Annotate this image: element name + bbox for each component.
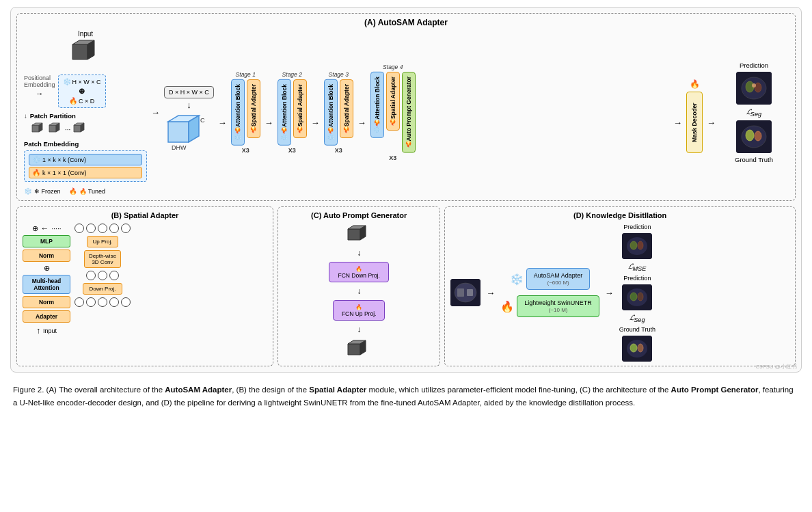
auto-prompt-inner: ↓ 🔥 FCN Down Proj. ↓ 🔥 FCN Up Proj. ↓ xyxy=(284,224,434,359)
fire-on-decoder: 🔥 xyxy=(690,79,700,89)
kd-arrow-right-2: → xyxy=(605,288,614,298)
stage-1-x: X3 xyxy=(242,147,249,154)
stage-1-block: Stage 1 ❄️🔥 Attention Block 🔥 Spatial Ad… xyxy=(231,71,260,154)
svg-rect-35 xyxy=(467,289,473,296)
circle-8 xyxy=(109,271,119,280)
input-label: Input xyxy=(78,30,93,38)
circle-6 xyxy=(86,271,96,280)
patch-partition-arrow: ↓ xyxy=(24,112,27,120)
up-proj-block: Up Proj. xyxy=(87,236,119,247)
auto-prompt-section: (C) Auto Prompt Generator ↓ 🔥 FCN Down P… xyxy=(278,206,440,366)
circle-4 xyxy=(109,224,119,233)
circles-top xyxy=(75,224,131,233)
stage-2-spatial: 🔥 Spatial Adapter xyxy=(293,79,307,138)
stage-3-spatial: 🔥 Spatial Adapter xyxy=(340,79,353,138)
legend-area: ❄️ ❄ Frozen 🔥 🔥 Tuned xyxy=(24,187,147,195)
adapter-block: Adapter xyxy=(23,310,70,323)
kd-center: ❄️ AutoSAM Adapter (~600 M) 🔥 Lightweigh… xyxy=(500,268,599,317)
formula-cxd: 🔥 C × D xyxy=(69,97,94,105)
dhwc-box: D × H × W × C xyxy=(164,86,214,98)
kd-arrow-right: → xyxy=(486,288,495,298)
autosam-kd-block: AutoSAM Adapter (~600 M) xyxy=(526,268,591,290)
section-d-title: (D) Knowledge Disitllation xyxy=(450,211,789,219)
svg-marker-6 xyxy=(49,125,56,132)
svg-point-42 xyxy=(630,293,637,301)
pos-embed-label: PositionalEmbedding xyxy=(24,75,55,88)
stage-2-inner: ❄️🔥 Attention Block 🔥 Spatial Adapter xyxy=(278,79,307,146)
arrow-to-stages: → xyxy=(218,118,227,128)
frozen-icon: ❄️ xyxy=(24,187,32,195)
figure-caption: Figure 2. (A) The overall architecture o… xyxy=(10,379,802,410)
circle-2 xyxy=(86,224,96,233)
ellipsis: ··· xyxy=(65,126,70,133)
stage-2-label: Stage 2 xyxy=(282,71,302,78)
stage-2-x: X3 xyxy=(288,147,296,154)
circle-11 xyxy=(98,297,107,307)
loss-seg-top: 𝓛Seg xyxy=(746,107,761,118)
stage-4-spatial: 🔥 Spatial Adapter xyxy=(386,72,400,131)
conv1-item: ❄️ 1 × k × k (Conv) xyxy=(29,154,142,165)
stage-4-x: X3 xyxy=(389,154,396,161)
stage-1-attn: ❄️🔥 Attention Block xyxy=(231,79,245,146)
stage-4-block: Stage 4 ❄️🔥 Attention Block 🔥 Spatial Ad… xyxy=(370,64,416,161)
svg-point-25 xyxy=(755,131,761,141)
circles-bottom xyxy=(75,297,131,307)
autosam-adapter-section: (A) AutoSAM Adapter Input xyxy=(16,13,796,201)
arrow-to-pred: → xyxy=(707,118,716,128)
circles-mid xyxy=(86,271,119,280)
stage-1-spatial: 🔥 Spatial Adapter xyxy=(247,79,260,138)
kd-gt-label: Ground Truth xyxy=(619,326,655,333)
ground-truth-img-top xyxy=(736,120,772,153)
fire-icon-conv2: 🔥 xyxy=(32,169,40,176)
svg-marker-0 xyxy=(72,44,87,59)
gt-img-svg-top xyxy=(736,120,772,153)
arrow-s3-s4: → xyxy=(357,118,366,128)
ap-input-cube xyxy=(347,224,371,244)
patch-partition-label: Patch Partition xyxy=(30,112,76,120)
kd-right: Prediction 𝓛MSE Prediction xyxy=(619,224,655,362)
arrow-s1-s2: → xyxy=(265,118,273,128)
ap-arrow-down-1: ↓ xyxy=(357,248,361,258)
bottom-sections: (B) Spatial Adapter ⊕ ← ····· MLP Norm ⊕… xyxy=(16,206,796,366)
kd-input xyxy=(450,279,481,306)
circle-1 xyxy=(75,224,84,233)
stages-area: Stage 1 ❄️🔥 Attention Block 🔥 Spatial Ad… xyxy=(231,64,669,161)
svg-point-46 xyxy=(630,344,637,352)
formula-hxwxc: ❄️ H × W × C xyxy=(63,78,101,85)
spatial-inner: ⊕ ← ····· MLP Norm ⊕ Multi-headAttention… xyxy=(23,224,267,336)
svg-marker-12 xyxy=(168,122,189,142)
ice-icon-conv1: ❄️ xyxy=(32,156,40,163)
knowledge-section: (D) Knowledge Disitllation xyxy=(444,206,796,366)
frozen-legend: ❄️ ❄ Frozen xyxy=(24,187,61,195)
stage-3-inner: ❄️🔥 Attention Block 🔥 Spatial Adapter xyxy=(324,79,353,146)
circle-10 xyxy=(86,297,96,307)
prediction-img-1 xyxy=(736,72,772,105)
ground-truth-label-top: Ground Truth xyxy=(735,156,773,163)
main-container: (A) AutoSAM Adapter Input xyxy=(0,0,812,417)
kd-input-svg xyxy=(450,279,481,306)
stage-4-attn: ❄️🔥 Attention Block xyxy=(370,72,384,138)
down-proj-block: Down Proj. xyxy=(83,283,122,295)
kd-input-img xyxy=(450,279,481,306)
stage-3-x: X3 xyxy=(335,147,342,154)
svg-point-38 xyxy=(630,241,637,250)
stage-1-label: Stage 1 xyxy=(236,71,256,78)
tensor-shape-icon: C DHW xyxy=(165,111,213,152)
patch-embed-label: Patch Embedding xyxy=(24,140,147,148)
arrow-to-decoder: → xyxy=(673,118,682,128)
conv-area: ❄️ 1 × k × k (Conv) 🔥 k × 1 × 1 (Conv) xyxy=(24,150,147,182)
top-content: Input PositionalEmbedding → xyxy=(24,30,788,195)
ice-icon-1: ❄️ xyxy=(63,78,71,85)
svg-point-24 xyxy=(746,130,754,141)
svg-point-47 xyxy=(638,344,643,352)
svg-point-43 xyxy=(638,293,643,301)
stage-4-label: Stage 4 xyxy=(383,64,403,70)
svg-marker-3 xyxy=(32,125,39,132)
kd-loss-mse: 𝓛MSE xyxy=(628,262,646,272)
svg-marker-29 xyxy=(348,344,360,355)
svg-marker-9 xyxy=(74,125,81,132)
kd-loss-seg: 𝓛Seg xyxy=(630,313,645,323)
multi-head-block: Multi-headAttention xyxy=(23,275,70,294)
stage-3-attn: ❄️🔥 Attention Block xyxy=(324,79,338,146)
stage-1-inner: ❄️🔥 Attention Block 🔥 Spatial Adapter xyxy=(231,79,260,146)
